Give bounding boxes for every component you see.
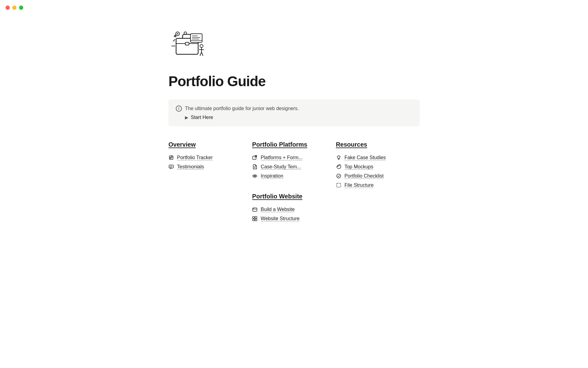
portfolio-checklist-link[interactable]: Portfolio Checklist [336, 171, 407, 181]
fire-icon [336, 164, 341, 170]
minimize-button[interactable] [12, 6, 17, 10]
start-here-link[interactable]: ▶ Start Here [185, 115, 412, 120]
case-study-label: Case-Study Tem... [261, 164, 301, 170]
external-link-icon [252, 155, 258, 160]
info-icon: i [176, 105, 182, 112]
page-title: Portfolio Guide [168, 73, 420, 90]
bulb-icon [336, 155, 341, 160]
portfolio-website-title: Portfolio Website [252, 193, 323, 200]
hero-illustration [168, 25, 208, 64]
bracket-icon [336, 182, 341, 188]
svg-point-9 [200, 44, 203, 48]
svg-rect-3 [190, 34, 202, 42]
doc-icon [252, 164, 258, 170]
main-content: Portfolio Guide i The ultimate portfolio… [156, 0, 432, 242]
website-structure-label: Website Structure [261, 216, 300, 221]
column-platforms: Portfolio Platforms Platforms + Form... [252, 141, 336, 223]
svg-rect-29 [253, 219, 254, 221]
fake-case-studies-label: Fake Case Studies [345, 155, 386, 160]
platforms-forms-label: Platforms + Form... [261, 155, 302, 160]
platforms-forms-link[interactable]: Platforms + Form... [252, 153, 323, 162]
start-here-label: Start Here [191, 115, 213, 120]
play-icon: ▶ [185, 115, 188, 120]
column-overview: Overview Portfolio Tracker [168, 141, 252, 171]
case-study-link[interactable]: Case-Study Tem... [252, 162, 323, 171]
inspiration-label: Inspiration [261, 173, 283, 179]
resources-title: Resources [336, 141, 407, 148]
overview-title: Overview [168, 141, 240, 148]
info-box-header: i The ultimate portfolio guide for junio… [176, 105, 412, 112]
svg-rect-2 [185, 42, 189, 45]
svg-point-12 [184, 32, 187, 34]
column-resources: Resources Fake Case Studies [336, 141, 420, 190]
maximize-button[interactable] [19, 6, 23, 10]
svg-rect-17 [169, 165, 173, 168]
fake-case-studies-link[interactable]: Fake Case Studies [336, 153, 407, 162]
eye-icon [252, 173, 258, 179]
grid-icon [252, 216, 258, 221]
svg-point-23 [254, 175, 256, 177]
build-website-label: Build a Website [261, 207, 295, 212]
check-circle-icon [336, 173, 341, 179]
svg-rect-28 [255, 217, 257, 218]
info-box: i The ultimate portfolio guide for junio… [168, 99, 420, 126]
website-structure-link[interactable]: Website Structure [252, 214, 323, 223]
top-mockups-link[interactable]: Top Mockups [336, 162, 407, 171]
svg-point-14 [177, 33, 178, 34]
portfolio-website-section: Portfolio Website Build a Website [252, 193, 323, 223]
portfolio-tracker-link[interactable]: Portfolio Tracker [168, 153, 240, 162]
top-mockups-label: Top Mockups [345, 164, 373, 170]
portfolio-tracker-label: Portfolio Tracker [177, 155, 213, 160]
svg-rect-36 [337, 183, 341, 187]
close-button[interactable] [6, 6, 10, 10]
file-structure-label: File Structure [345, 182, 374, 188]
info-description: The ultimate portfolio guide for junior … [185, 106, 299, 111]
chat-icon [168, 164, 174, 170]
svg-rect-30 [255, 219, 257, 221]
build-website-link[interactable]: Build a Website [252, 205, 323, 214]
testimonials-link[interactable]: Testimonials [168, 162, 240, 171]
svg-point-26 [253, 208, 254, 209]
file-structure-link[interactable]: File Structure [336, 181, 407, 190]
testimonials-label: Testimonials [177, 164, 204, 170]
svg-line-34 [337, 157, 337, 157]
inspiration-link[interactable]: Inspiration [252, 171, 323, 181]
svg-line-10 [173, 39, 175, 41]
columns-grid: Overview Portfolio Tracker [168, 141, 420, 223]
svg-line-33 [340, 157, 341, 157]
edit-icon [168, 155, 174, 160]
svg-rect-27 [253, 217, 254, 218]
browser-icon [252, 207, 258, 212]
traffic-lights [6, 6, 23, 10]
portfolio-checklist-label: Portfolio Checklist [345, 173, 384, 179]
portfolio-platforms-title: Portfolio Platforms [252, 141, 323, 148]
